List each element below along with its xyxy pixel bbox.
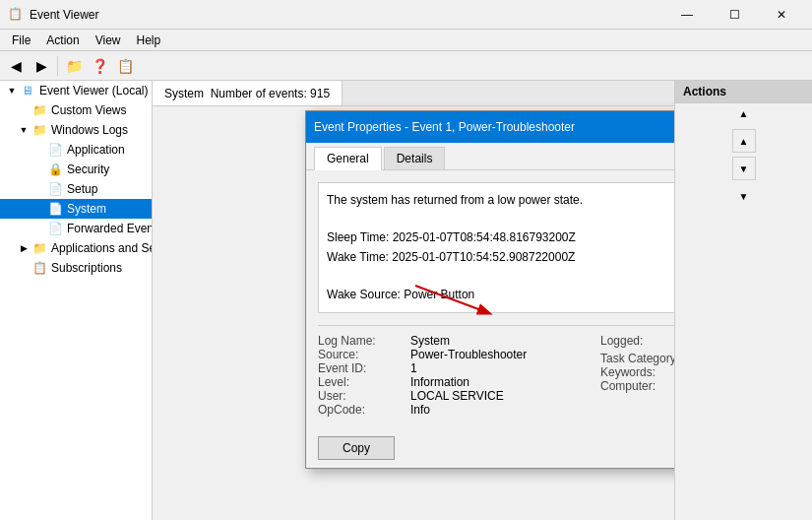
toolbar: ◀ ▶ 📁 ❓ 📋 [0,51,812,81]
sidebar-item-system[interactable]: 📄 System [0,199,152,219]
sidebar-item-windows-logs[interactable]: ▼ 📁 Windows Logs [0,120,152,140]
toolbar-forward[interactable]: ▶ [30,54,53,78]
main-layout: ▼ 🖥 Event Viewer (Local) 📁 Custom Views … [0,81,812,520]
sidebar-item-setup[interactable]: 📄 Setup [0,179,152,199]
sidebar-label-setup: Setup [67,182,97,196]
field-user: User: LOCAL SERVICE [318,389,581,403]
maximize-button[interactable]: ☐ [712,0,757,30]
field-value-log-name: System [410,334,450,348]
folder-icon-apps-services: 📁 [31,240,47,256]
field-label-level: Level: [318,375,406,389]
message-line3: Wake Time: 2025-01-07T10:54:52.908722000… [327,248,674,267]
copy-button[interactable]: Copy [318,436,395,460]
dialog-body: The system has returned from a low power… [306,170,674,428]
sidebar-item-custom-views[interactable]: 📁 Custom Views [0,100,152,120]
field-label-task-category: Task Category: [600,352,674,365]
sidebar-item-applications-services[interactable]: ▶ 📁 Applications and Sen... [0,238,152,258]
dialog-tab-general[interactable]: General [314,147,382,170]
field-label-event-id: Event ID: [318,361,406,375]
sidebar-item-forwarded-events[interactable]: 📄 Forwarded Events [0,219,152,238]
fields-right: Logged: 07-01-2025 16:24:53 Task Categor… [600,334,674,417]
folder-icon-custom-views: 📁 [31,102,47,118]
field-label-computer: Computer: [600,379,674,393]
apps-services-toggle: ▶ [16,240,31,256]
right-panel-nav-down[interactable]: ▼ [732,157,756,180]
sidebar-label-system: System [67,202,106,216]
field-log-name: Log Name: System [318,334,581,348]
right-panel-nav-buttons: ▲ ▼ [675,123,812,186]
svg-line-1 [415,286,489,313]
dialog-divider [318,325,674,326]
toolbar-properties[interactable]: 📋 [113,54,137,78]
dialog-fields: Log Name: System Source: Power-Troublesh… [318,334,674,417]
icon-subscriptions: 📋 [31,260,47,276]
field-opcode: OpCode: Info [318,403,581,417]
subscriptions-toggle [16,260,31,276]
sidebar: ▼ 🖥 Event Viewer (Local) 📁 Custom Views … [0,81,153,520]
log-icon-application: 📄 [47,142,63,158]
field-label-keywords: Keywords: [600,365,674,379]
message-line2: Sleep Time: 2025-01-07T08:54:48.81679320… [327,228,674,247]
field-level: Level: Information [318,375,581,389]
field-label-log-name: Log Name: [318,334,406,348]
field-value-source: Power-Troubleshooter [410,348,527,361]
sidebar-item-root[interactable]: ▼ 🖥 Event Viewer (Local) [0,81,152,100]
toolbar-back[interactable]: ◀ [4,54,28,78]
sidebar-label-apps-services: Applications and Sen... [51,241,152,255]
log-icon-forwarded: 📄 [47,221,63,236]
dialog-footer: Copy Close [306,428,674,468]
sidebar-item-subscriptions[interactable]: 📋 Subscriptions [0,258,152,278]
application-toggle [31,142,47,158]
window-controls: — ☐ ✕ [664,0,804,30]
toolbar-open[interactable]: 📁 [62,54,86,78]
windows-logs-toggle: ▼ [16,122,31,138]
menu-bar: File Action View Help [0,30,812,51]
toolbar-help[interactable]: ❓ [88,54,111,78]
field-value-user: LOCAL SERVICE [410,389,504,403]
log-icon-setup: 📄 [47,181,63,197]
folder-icon-windows-logs: 📁 [31,122,47,138]
content-area: System Number of events: 915 Event Prope… [153,81,674,520]
field-task-category: Task Category: None [600,352,674,365]
field-label-opcode: OpCode: [318,403,406,417]
window-title: Event Viewer [30,8,664,22]
sidebar-label-subscriptions: Subscriptions [51,261,122,275]
right-panel-scroll-down[interactable]: ▼ [675,186,812,206]
field-label-user: User: [318,389,406,403]
toolbar-separator-1 [57,56,58,76]
dialog-title-bar: Event Properties - Event 1, Power-Troubl… [306,111,674,143]
system-toggle [31,201,47,217]
monitor-icon: 🖥 [20,83,35,98]
right-panel-nav-up[interactable]: ▲ [732,129,756,153]
field-computer: Computer: AmanPC [600,379,674,393]
right-panel-scroll-up[interactable]: ▲ [675,103,812,123]
menu-view[interactable]: View [88,32,129,49]
field-label-logged: Logged: [600,334,674,352]
field-value-level: Information [410,375,469,389]
menu-help[interactable]: Help [129,32,169,49]
log-icon-security: 🔒 [47,162,63,177]
dialog-title-text: Event Properties - Event 1, Power-Troubl… [314,120,674,134]
dialog-tab-details[interactable]: Details [384,147,446,169]
forwarded-events-toggle [31,221,47,236]
message-line1: The system has returned from a low power… [327,191,674,210]
field-value-event-id: 1 [410,361,417,375]
minimize-button[interactable]: — [664,0,710,30]
field-source: Source: Power-Troubleshooter [318,348,581,361]
event-properties-dialog: Event Properties - Event 1, Power-Troubl… [305,110,674,469]
sidebar-item-security[interactable]: 🔒 Security [0,160,152,179]
sidebar-item-application[interactable]: 📄 Application [0,140,152,160]
sidebar-label-application: Application [67,143,125,157]
field-keywords: Keywords: [600,365,674,379]
menu-action[interactable]: Action [38,32,87,49]
sidebar-label-windows-logs: Windows Logs [51,123,128,137]
security-toggle [31,162,47,177]
title-bar: 📋 Event Viewer — ☐ ✕ [0,0,812,30]
window-close-button[interactable]: ✕ [759,0,804,30]
sidebar-label-custom-views: Custom Views [51,103,126,117]
log-icon-system: 📄 [47,201,63,217]
field-label-source: Source: [318,348,406,361]
menu-file[interactable]: File [4,32,38,49]
field-event-id: Event ID: 1 [318,361,581,375]
field-value-opcode: Info [410,403,430,417]
